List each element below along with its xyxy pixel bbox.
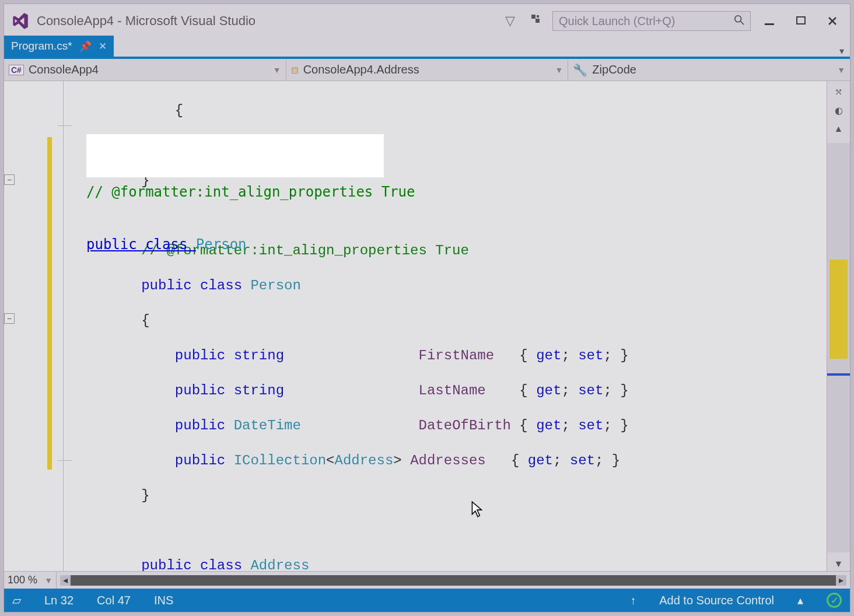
quick-launch-placeholder: Quick Launch (Ctrl+Q): [559, 15, 676, 28]
svg-line-4: [741, 21, 744, 24]
class-icon: ⧈: [291, 63, 299, 76]
quick-launch-input[interactable]: Quick Launch (Ctrl+Q): [552, 11, 751, 31]
nav-class-dropdown[interactable]: ⧈ConsoleApp4.Address ▼: [286, 59, 569, 80]
editor-bottom-bar: 100 %▼ ◂ ▸: [4, 571, 850, 589]
chevron-down-icon: ▼: [273, 65, 281, 75]
scroll-up-button[interactable]: ▲: [830, 122, 848, 136]
status-bar: ▱ Ln 32 Col 47 INS ↑ Add to Source Contr…: [4, 589, 850, 612]
status-col: Col 47: [97, 594, 131, 607]
search-icon: [734, 15, 744, 28]
svg-rect-1: [536, 19, 540, 23]
chevron-down-icon: ▼: [837, 65, 845, 75]
nav-project-dropdown[interactable]: C#ConsoleApp4 ▼: [4, 59, 286, 80]
fold-toggle[interactable]: −: [4, 313, 15, 324]
mouse-cursor-icon: [470, 501, 484, 522]
scroll-map[interactable]: [827, 143, 850, 552]
svg-rect-2: [537, 15, 539, 18]
zoom-dropdown[interactable]: 100 %▼: [4, 572, 57, 589]
window-title: ConsoleApp4 - Microsoft Visual Studio: [37, 13, 256, 29]
scroll-left-button[interactable]: ◂: [60, 575, 71, 586]
nav-member-dropdown[interactable]: 🔧ZipCode ▼: [568, 59, 850, 80]
minimize-button[interactable]: [757, 11, 782, 31]
svg-point-3: [735, 15, 741, 22]
scroll-down-button[interactable]: ▼: [830, 557, 848, 571]
notifications-icon[interactable]: [526, 11, 547, 31]
fold-toggle[interactable]: −: [4, 174, 15, 185]
scrollbar-thumb[interactable]: [71, 575, 836, 586]
status-ins: INS: [154, 594, 173, 607]
tab-overflow-button[interactable]: ▾: [834, 46, 850, 57]
scroll-right-button[interactable]: ▸: [836, 575, 846, 586]
status-selection-icon: ▱: [12, 593, 21, 607]
csharp-badge-icon: C#: [9, 65, 24, 75]
editor-right-gutter: ⤲ ◐ ▲ ▼: [827, 81, 850, 571]
annotations-button[interactable]: ◐: [830, 103, 848, 117]
status-ok-icon: ✓: [827, 593, 842, 608]
split-button[interactable]: ⤲: [830, 85, 848, 99]
horizontal-scrollbar[interactable]: ◂ ▸: [60, 575, 846, 586]
main-window: ConsoleApp4 - Microsoft Visual Studio ▽ …: [4, 4, 850, 612]
title-bar: ConsoleApp4 - Microsoft Visual Studio ▽ …: [4, 4, 850, 38]
close-icon[interactable]: ✕: [99, 40, 107, 52]
svg-rect-5: [765, 23, 774, 25]
chevron-up-icon: ▴: [797, 593, 803, 607]
navigation-bar: C#ConsoleApp4 ▼ ⧈ConsoleApp4.Address ▼ 🔧…: [4, 59, 850, 81]
tab-programcs[interactable]: Program.cs* 📌 ✕: [4, 36, 114, 57]
highlighted-code-snippet: // @formatter:int_align_properties True …: [86, 134, 384, 177]
pin-icon[interactable]: 📌: [79, 40, 92, 52]
svg-rect-6: [797, 17, 805, 24]
close-button[interactable]: [820, 11, 845, 31]
vs-logo-icon: [9, 10, 31, 32]
svg-rect-0: [531, 15, 536, 19]
publish-icon[interactable]: ↑: [630, 594, 636, 607]
chevron-down-icon: ▼: [555, 65, 563, 75]
maximize-button[interactable]: [788, 11, 814, 31]
status-line: Ln 32: [44, 594, 74, 607]
source-control-button[interactable]: Add to Source Control: [659, 594, 774, 607]
document-tab-strip: Program.cs* 📌 ✕ ▾: [4, 38, 850, 59]
filter-icon[interactable]: ▽: [501, 11, 520, 31]
wrench-icon: 🔧: [573, 63, 587, 77]
editor-gutter: − −: [4, 81, 74, 571]
tab-label: Program.cs*: [11, 40, 72, 52]
